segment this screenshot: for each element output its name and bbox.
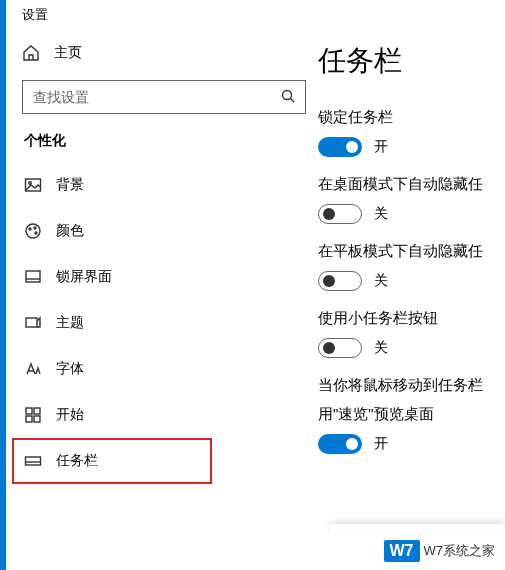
svg-rect-12	[34, 408, 40, 414]
toggle-autohide-desktop[interactable]	[318, 204, 362, 224]
toggle-peek-preview[interactable]	[318, 434, 362, 454]
svg-rect-8	[26, 271, 40, 282]
search-box[interactable]	[22, 80, 306, 114]
setting-peek-preview: 当你将鼠标移动到任务栏 用"速览"预览桌面 开	[318, 376, 505, 454]
nav-item-themes[interactable]: 主题	[12, 300, 318, 346]
nav-item-taskbar[interactable]: 任务栏	[12, 438, 212, 484]
search-icon	[281, 89, 295, 106]
settings-window: 设置 主页 个性化 背景	[6, 0, 505, 570]
toggle-state: 关	[374, 339, 388, 357]
svg-point-5	[29, 228, 31, 230]
nav-item-label: 主题	[56, 314, 84, 332]
home-icon	[22, 44, 40, 62]
accent-bar	[0, 0, 6, 570]
svg-point-7	[35, 232, 37, 234]
svg-rect-11	[26, 408, 32, 414]
nav-list: 背景 颜色 锁屏界面 主题	[12, 162, 318, 484]
nav-item-background[interactable]: 背景	[12, 162, 318, 208]
page-title: 任务栏	[318, 42, 505, 80]
toggle-small-buttons[interactable]	[318, 338, 362, 358]
nav-item-label: 字体	[56, 360, 84, 378]
watermark: W7 W7系统之家	[384, 540, 496, 562]
toggle-state: 关	[374, 205, 388, 223]
watermark-logo: W7	[384, 540, 420, 562]
nav-item-colors[interactable]: 颜色	[12, 208, 318, 254]
left-pane: 设置 主页 个性化 背景	[6, 0, 318, 570]
nav-home[interactable]: 主页	[12, 38, 318, 76]
nav-item-label: 背景	[56, 176, 84, 194]
lockscreen-icon	[24, 268, 42, 286]
palette-icon	[24, 222, 42, 240]
taskbar-icon	[24, 452, 42, 470]
bottom-shadow	[330, 524, 505, 534]
svg-point-0	[283, 90, 292, 99]
setting-label-line2: 用"速览"预览桌面	[318, 405, 505, 424]
setting-label: 当你将鼠标移动到任务栏	[318, 376, 505, 395]
section-title: 个性化	[12, 132, 318, 162]
picture-icon	[24, 176, 42, 194]
setting-small-buttons: 使用小任务栏按钮 关	[318, 309, 505, 358]
nav-item-label: 开始	[56, 406, 84, 424]
setting-label: 在平板模式下自动隐藏任	[318, 242, 505, 261]
toggle-state: 开	[374, 138, 388, 156]
right-pane: 任务栏 锁定任务栏 开 在桌面模式下自动隐藏任 关 在平板模式下自动隐藏任 关 …	[318, 0, 505, 570]
window-title: 设置	[12, 0, 318, 38]
svg-point-4	[26, 224, 40, 238]
toggle-lock-taskbar[interactable]	[318, 137, 362, 157]
svg-rect-14	[34, 416, 40, 422]
svg-rect-13	[26, 416, 32, 422]
toggle-state: 开	[374, 435, 388, 453]
setting-label: 使用小任务栏按钮	[318, 309, 505, 328]
nav-item-label: 颜色	[56, 222, 84, 240]
fonts-icon	[24, 360, 42, 378]
setting-label: 锁定任务栏	[318, 108, 505, 127]
nav-item-label: 任务栏	[56, 452, 98, 470]
svg-line-1	[291, 98, 295, 102]
setting-lock-taskbar: 锁定任务栏 开	[318, 108, 505, 157]
nav-item-label: 锁屏界面	[56, 268, 112, 286]
toggle-state: 关	[374, 272, 388, 290]
setting-autohide-desktop: 在桌面模式下自动隐藏任 关	[318, 175, 505, 224]
nav-item-fonts[interactable]: 字体	[12, 346, 318, 392]
watermark-text: W7系统之家	[424, 542, 496, 560]
setting-label: 在桌面模式下自动隐藏任	[318, 175, 505, 194]
svg-rect-10	[26, 318, 37, 327]
search-input[interactable]	[33, 89, 273, 105]
themes-icon	[24, 314, 42, 332]
toggle-autohide-tablet[interactable]	[318, 271, 362, 291]
nav-item-lockscreen[interactable]: 锁屏界面	[12, 254, 318, 300]
nav-home-label: 主页	[54, 44, 82, 62]
start-icon	[24, 406, 42, 424]
svg-rect-15	[26, 457, 41, 465]
svg-point-3	[29, 182, 32, 185]
svg-point-6	[34, 227, 36, 229]
nav-item-start[interactable]: 开始	[12, 392, 318, 438]
setting-autohide-tablet: 在平板模式下自动隐藏任 关	[318, 242, 505, 291]
